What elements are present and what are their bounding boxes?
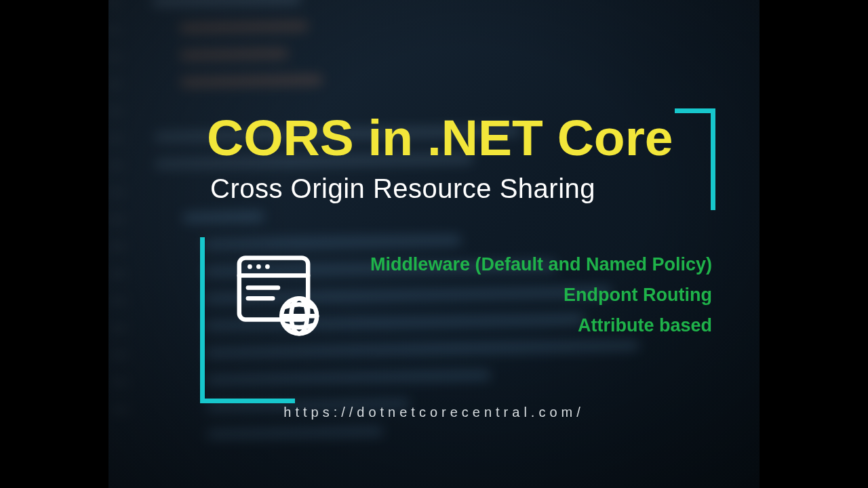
bracket-top-right	[675, 108, 715, 210]
letterbox-right	[760, 0, 868, 488]
slide-stage: CORS in .NET Core Cross Origin Resource …	[108, 0, 760, 488]
slide-title: CORS in .NET Core	[207, 108, 673, 167]
svg-point-4	[265, 264, 270, 269]
footer-url: https://dotnetcorecentral.com/	[108, 405, 760, 420]
letterbox-left	[0, 0, 108, 488]
feature-item: Endpont Routing	[370, 285, 712, 306]
slide-subtitle: Cross Origin Resource Sharing	[210, 174, 595, 204]
feature-list: Middleware (Default and Named Policy) En…	[370, 254, 712, 336]
feature-item: Attribute based	[370, 315, 712, 336]
svg-point-3	[256, 264, 261, 269]
svg-point-2	[248, 264, 252, 269]
browser-globe-icon	[234, 251, 322, 339]
feature-item: Middleware (Default and Named Policy)	[370, 254, 712, 275]
